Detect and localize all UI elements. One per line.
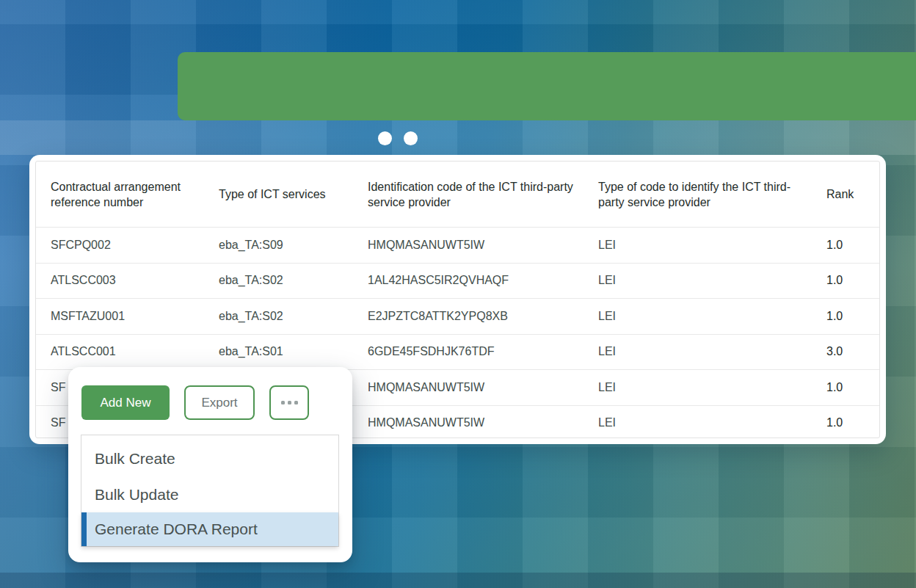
cell-ict-service-type: eba_TA:S02 — [204, 274, 353, 287]
menu-item-generate-dora-report[interactable]: Generate DORA Report — [81, 512, 338, 546]
actions-toolbar: Add New Export — [81, 385, 309, 420]
more-actions-menu: Bulk Create Bulk Update Generate DORA Re… — [81, 435, 339, 547]
window-dot-icon[interactable] — [378, 131, 392, 145]
cell-provider-id: 6GDE45FSDHJK76TDF — [353, 345, 584, 358]
table-row[interactable]: SFCPQ002 eba_TA:S09 HMQMASANUWT5IW LEI 1… — [36, 228, 879, 263]
cell-ict-service-type: eba_TA:S01 — [204, 345, 353, 358]
cell-contract-ref: ATLSCC001 — [36, 345, 204, 358]
more-actions-button[interactable] — [269, 385, 309, 420]
screenshot-stage: Contractual arrangement reference number… — [0, 0, 916, 588]
column-header-contract-ref: Contractual arrangement reference number — [36, 179, 204, 210]
cell-code-type: LEI — [584, 345, 812, 358]
cell-rank: 1.0 — [812, 381, 879, 394]
cell-rank: 3.0 — [812, 345, 879, 358]
actions-popup: Add New Export Bulk Create Bulk Update G… — [68, 367, 352, 562]
cell-code-type: LEI — [584, 274, 812, 287]
cell-provider-id: HMQMASANUWT5IW — [353, 381, 584, 394]
export-button[interactable]: Export — [184, 385, 255, 420]
cell-code-type: LEI — [584, 310, 812, 323]
column-header-ict-service-type: Type of ICT services — [204, 186, 353, 202]
table-row[interactable]: ATLSCC001 eba_TA:S01 6GDE45FSDHJK76TDF L… — [36, 334, 879, 370]
cell-ict-service-type: eba_TA:S09 — [204, 239, 353, 252]
cell-rank: 1.0 — [812, 416, 879, 429]
cell-code-type: LEI — [584, 381, 812, 394]
cell-provider-id: HMQMASANUWT5IW — [353, 416, 584, 429]
cell-provider-id: HMQMASANUWT5IW — [353, 239, 584, 252]
cell-rank: 1.0 — [812, 239, 879, 252]
window-title-bar — [178, 52, 916, 120]
ellipsis-icon — [288, 401, 291, 404]
cell-rank: 1.0 — [812, 274, 879, 287]
menu-item-bulk-update[interactable]: Bulk Update — [81, 476, 338, 512]
cell-provider-id: 1AL42HASC5IR2QVHAQF — [353, 274, 584, 287]
column-header-provider-id: Identification code of the ICT third-par… — [353, 179, 584, 210]
cell-code-type: LEI — [584, 416, 812, 429]
cell-provider-id: E2JPZTC8ATTK2YPQ8XB — [353, 310, 584, 323]
cell-code-type: LEI — [584, 239, 812, 252]
ellipsis-icon — [294, 401, 298, 404]
cell-contract-ref: MSFTAZU001 — [36, 310, 204, 323]
cell-ict-service-type: eba_TA:S02 — [204, 310, 353, 323]
cell-contract-ref: ATLSCC003 — [36, 274, 204, 287]
cell-contract-ref: SFCPQ002 — [36, 239, 204, 252]
table-row[interactable]: ATLSCC003 eba_TA:S02 1AL42HASC5IR2QVHAQF… — [36, 263, 879, 299]
table-header-row: Contractual arrangement reference number… — [36, 161, 879, 228]
menu-item-bulk-create[interactable]: Bulk Create — [81, 440, 338, 476]
cell-rank: 1.0 — [812, 310, 879, 323]
add-new-button[interactable]: Add New — [81, 385, 170, 420]
window-dot-icon[interactable] — [404, 131, 418, 145]
column-header-code-type: Type of code to identify the ICT third-p… — [584, 179, 812, 210]
column-header-rank: Rank — [812, 186, 879, 202]
table-row[interactable]: MSFTAZU001 eba_TA:S02 E2JPZTC8ATTK2YPQ8X… — [36, 298, 879, 334]
ellipsis-icon — [281, 401, 285, 404]
